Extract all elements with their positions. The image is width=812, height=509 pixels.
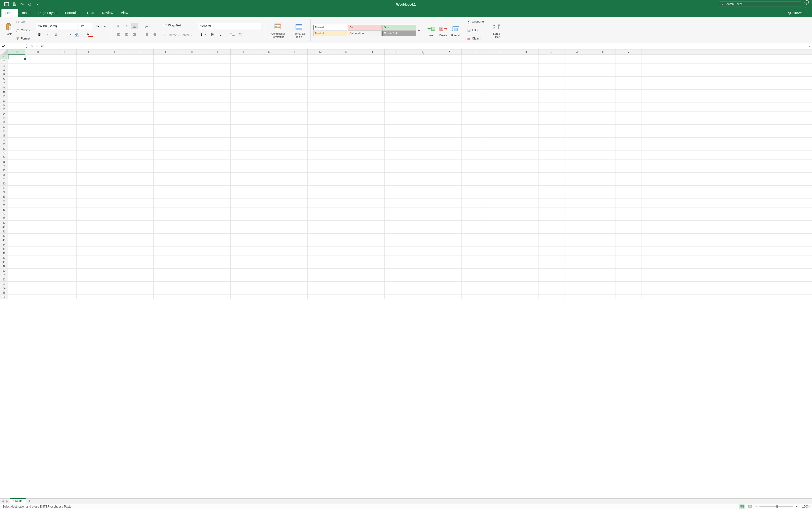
cell[interactable] [590,160,616,164]
cell[interactable] [410,55,436,59]
cell[interactable] [282,264,308,268]
cell[interactable] [616,107,641,111]
cell[interactable] [77,81,102,85]
cell[interactable] [487,242,513,246]
cell[interactable] [436,212,462,216]
cell[interactable] [616,160,641,164]
cell[interactable] [539,181,564,185]
cell[interactable] [154,203,179,207]
cell[interactable] [154,190,179,194]
cell[interactable] [564,181,590,185]
cell[interactable] [25,160,51,164]
cell[interactable] [564,256,590,260]
cell[interactable] [590,247,616,251]
cell[interactable] [25,199,51,203]
cell[interactable] [51,90,77,94]
cell[interactable] [564,98,590,103]
cell[interactable] [513,155,539,159]
row-header[interactable]: 3 [0,64,8,68]
cell[interactable] [308,238,333,242]
cell[interactable] [436,103,462,107]
cell[interactable] [616,186,641,190]
cell[interactable] [282,72,308,76]
cell[interactable] [179,269,205,273]
cell[interactable] [102,229,128,233]
cell[interactable] [282,168,308,172]
row-header[interactable]: 24 [0,155,8,159]
cell[interactable] [51,133,77,137]
cell[interactable] [333,242,359,246]
cell[interactable] [436,107,462,111]
cell[interactable] [590,273,616,277]
cell[interactable] [436,94,462,98]
cell[interactable] [359,107,385,111]
format-as-table-button[interactable]: Format as Table [290,22,307,38]
cell[interactable] [25,151,51,155]
cell[interactable] [616,173,641,177]
cell[interactable] [205,286,231,290]
cell[interactable] [308,164,333,168]
collapse-ribbon-icon[interactable]: ⌃ [806,11,809,15]
cell[interactable] [616,94,641,98]
cell[interactable] [590,94,616,98]
cell[interactable] [385,264,410,268]
cell[interactable] [231,277,256,281]
decrease-font-button[interactable]: A▾ [102,23,109,29]
cell[interactable] [462,234,487,238]
cell[interactable] [333,194,359,199]
cell[interactable] [590,133,616,137]
increase-decimal-button[interactable]: .0.00 [229,31,236,38]
cell[interactable] [539,94,564,98]
cell[interactable] [333,107,359,111]
cell[interactable] [282,181,308,185]
cell[interactable] [77,256,102,260]
cell[interactable] [410,234,436,238]
cell[interactable] [410,277,436,281]
cell[interactable] [410,212,436,216]
cell[interactable] [51,190,77,194]
cell[interactable] [231,177,256,181]
cell[interactable] [616,190,641,194]
cell[interactable] [154,116,179,120]
cell[interactable] [256,256,282,260]
cell[interactable] [385,286,410,290]
cell[interactable] [462,160,487,164]
cell[interactable] [231,229,256,233]
cell[interactable] [154,295,179,299]
conditional-formatting-button[interactable]: Conditional Formatting [267,22,289,38]
cell[interactable] [513,133,539,137]
cell[interactable] [359,120,385,124]
cell[interactable] [539,173,564,177]
cell[interactable] [205,111,231,115]
cell[interactable] [308,85,333,90]
cell[interactable] [564,138,590,142]
cell[interactable] [616,55,641,59]
cell[interactable] [205,264,231,268]
cell[interactable] [179,103,205,107]
cell[interactable] [616,291,641,295]
cell[interactable] [51,277,77,281]
cell[interactable] [616,116,641,120]
cell[interactable] [179,94,205,98]
cell[interactable] [359,203,385,207]
cell[interactable] [487,212,513,216]
cell[interactable] [179,155,205,159]
cell[interactable] [25,295,51,299]
search-input[interactable] [725,2,800,6]
cell[interactable] [436,194,462,199]
cell[interactable] [487,85,513,90]
cell[interactable] [436,242,462,246]
cell[interactable] [231,291,256,295]
cell[interactable] [462,129,487,133]
cell[interactable] [462,242,487,246]
cell[interactable] [410,98,436,103]
cell[interactable] [231,286,256,290]
cell[interactable] [77,251,102,255]
column-header[interactable]: G [154,49,179,55]
cell[interactable] [205,295,231,299]
cell[interactable] [231,90,256,94]
cell[interactable] [77,286,102,290]
cell[interactable] [385,107,410,111]
cell[interactable] [179,264,205,268]
cell[interactable] [256,94,282,98]
